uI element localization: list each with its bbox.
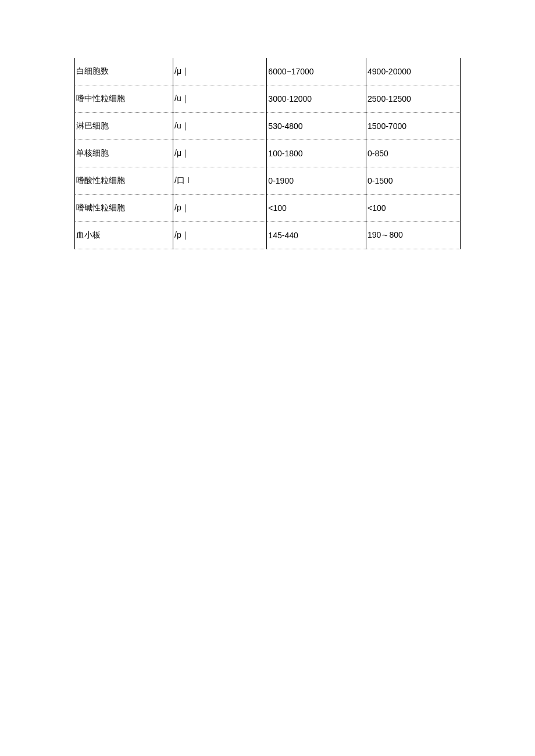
cell-name: 白细胞数 — [75, 58, 173, 85]
cell-range-2: 190～800 — [366, 222, 461, 249]
table-row: 白细胞数 /μ｜ 6000~17000 4900-20000 — [75, 58, 461, 85]
blood-cell-table: 白细胞数 /μ｜ 6000~17000 4900-20000 嗜中性粒细胞 /u… — [74, 58, 461, 249]
cell-range-1: 530-4800 — [267, 113, 366, 140]
cell-range-1: 145-440 — [267, 222, 366, 249]
cell-range-2: 4900-20000 — [366, 58, 461, 85]
cell-unit: /u｜ — [173, 85, 267, 113]
cell-unit: /u｜ — [173, 113, 267, 140]
cell-range-2: 1500-7000 — [366, 113, 461, 140]
cell-name: 单核细胞 — [75, 140, 173, 167]
cell-unit: /p｜ — [173, 222, 267, 249]
cell-range-2: <100 — [366, 195, 461, 222]
document-page: 白细胞数 /μ｜ 6000~17000 4900-20000 嗜中性粒细胞 /u… — [0, 0, 535, 756]
table-row: 嗜酸性粒细胞 /口 I 0-1900 0-1500 — [75, 167, 461, 195]
table-row: 单核细胞 /μ｜ 100-1800 0-850 — [75, 140, 461, 167]
cell-range-2: 0-850 — [366, 140, 461, 167]
cell-name: 血小板 — [75, 222, 173, 249]
cell-range-1: 100-1800 — [267, 140, 366, 167]
table-row: 血小板 /p｜ 145-440 190～800 — [75, 222, 461, 249]
cell-name: 淋巴细胞 — [75, 113, 173, 140]
cell-range-1: <100 — [267, 195, 366, 222]
cell-range-1: 6000~17000 — [267, 58, 366, 85]
cell-unit: /μ｜ — [173, 140, 267, 167]
cell-range-1: 0-1900 — [267, 167, 366, 195]
cell-name: 嗜酸性粒细胞 — [75, 167, 173, 195]
table-row: 淋巴细胞 /u｜ 530-4800 1500-7000 — [75, 113, 461, 140]
cell-range-1: 3000-12000 — [267, 85, 366, 113]
cell-unit: /μ｜ — [173, 58, 267, 85]
data-table-container: 白细胞数 /μ｜ 6000~17000 4900-20000 嗜中性粒细胞 /u… — [74, 58, 461, 249]
cell-unit: /口 I — [173, 167, 267, 195]
cell-name: 嗜碱性粒细胞 — [75, 195, 173, 222]
cell-range-2: 2500-12500 — [366, 85, 461, 113]
cell-unit: /p｜ — [173, 195, 267, 222]
table-row: 嗜中性粒细胞 /u｜ 3000-12000 2500-12500 — [75, 85, 461, 113]
cell-range-2: 0-1500 — [366, 167, 461, 195]
cell-name: 嗜中性粒细胞 — [75, 85, 173, 113]
table-row: 嗜碱性粒细胞 /p｜ <100 <100 — [75, 195, 461, 222]
